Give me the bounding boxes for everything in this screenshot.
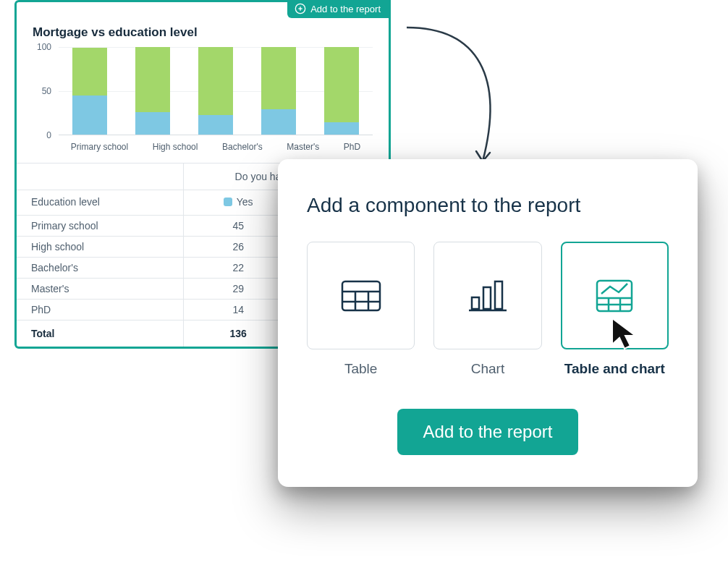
total-yes: 136	[183, 321, 293, 347]
bar	[135, 47, 170, 135]
cell-yes: 26	[183, 237, 293, 258]
x-tick-label: Primary school	[71, 142, 128, 152]
bar	[198, 47, 233, 135]
table-chart-icon	[594, 278, 635, 314]
row-category: Bachelor's	[17, 258, 183, 279]
option-chart[interactable]: Chart	[433, 242, 541, 377]
option-table-and-chart[interactable]: Table and chart	[561, 242, 669, 377]
add-to-report-label: Add to the report	[310, 4, 381, 14]
y-tick: 100	[37, 42, 51, 52]
cell-yes: 29	[183, 279, 293, 300]
component-type-options: Table Chart	[307, 242, 669, 377]
svg-rect-3	[342, 281, 380, 310]
bar	[72, 47, 107, 135]
cell-yes: 22	[183, 258, 293, 279]
option-label: Table and chart	[564, 361, 665, 377]
x-tick-label: High school	[153, 142, 198, 152]
stacked-bar-chart: 100 50 0 Primary schoolHigh schoolBachel…	[33, 47, 373, 156]
bar	[261, 47, 296, 135]
y-tick: 50	[42, 86, 51, 96]
option-tile	[307, 242, 415, 349]
table-icon	[341, 280, 381, 312]
add-to-report-submit-button[interactable]: Add to the report	[397, 409, 579, 455]
row-header-label: Education level	[17, 190, 183, 216]
svg-rect-8	[472, 297, 479, 309]
arrow-icon	[399, 20, 522, 179]
chart-title: Mortgage vs education level	[17, 21, 389, 47]
bar	[324, 47, 359, 135]
option-tile	[561, 242, 669, 349]
y-axis: 100 50 0	[33, 47, 54, 135]
legend-swatch-yes	[224, 198, 232, 206]
modal-title: Add a component to the report	[307, 194, 669, 217]
cell-yes: 45	[183, 216, 293, 237]
add-component-modal: Add a component to the report Table	[278, 159, 698, 487]
svg-rect-9	[483, 287, 491, 309]
option-tile	[433, 242, 541, 349]
svg-rect-10	[495, 281, 502, 309]
x-tick-label: Master's	[287, 142, 319, 152]
bar-chart-icon	[467, 280, 508, 312]
plot-area	[59, 47, 373, 135]
add-to-report-button[interactable]: Add to the report	[287, 0, 391, 18]
option-label: Chart	[471, 361, 504, 377]
option-label: Table	[344, 361, 377, 377]
cell-yes: 14	[183, 300, 293, 321]
row-category: Master's	[17, 279, 183, 300]
x-tick-label: PhD	[344, 142, 360, 152]
option-table[interactable]: Table	[307, 242, 415, 377]
x-tick-label: Bachelor's	[222, 142, 263, 152]
y-tick: 0	[46, 130, 51, 140]
row-category: High school	[17, 237, 183, 258]
col-header-yes: Yes	[183, 190, 293, 216]
plus-circle-icon	[295, 3, 306, 14]
total-label: Total	[17, 321, 183, 347]
row-category: Primary school	[17, 216, 183, 237]
x-axis-labels: Primary schoolHigh schoolBachelor'sMaste…	[59, 138, 373, 156]
card-header: Add to the report	[17, 2, 389, 21]
row-category: PhD	[17, 300, 183, 321]
